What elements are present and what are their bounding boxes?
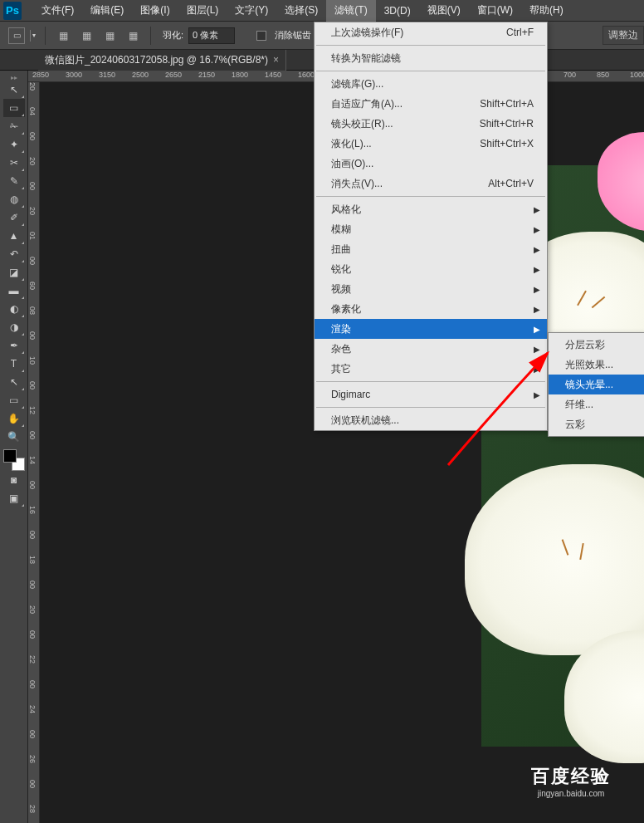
history-brush-tool[interactable]: ↶ — [3, 245, 25, 263]
hand-tool[interactable]: ✋ — [3, 409, 25, 428]
zoom-tool[interactable]: 🔍 — [3, 428, 25, 446]
ruler-vertical[interactable]: 2004002000200100600800100012001400160018… — [28, 82, 40, 823]
menu-item[interactable]: 转换为智能滤镜 — [315, 48, 547, 68]
menu-3d[interactable]: 3D(D) — [376, 0, 419, 22]
menu-item[interactable]: 油画(O)... — [315, 154, 547, 174]
menu-help[interactable]: 帮助(H) — [521, 0, 572, 22]
toolbar-grip[interactable]: ▸▸ — [2, 74, 27, 81]
menu-image[interactable]: 图像(I) — [132, 0, 178, 22]
menu-separator — [316, 381, 545, 382]
ruler-tick: 28 — [28, 805, 37, 813]
close-tab-icon[interactable]: × — [273, 54, 279, 66]
submenu-item[interactable]: 纤维... — [549, 394, 644, 414]
tool-preset-dropdown[interactable]: ▾ — [30, 30, 37, 42]
ruler-tick: 04 — [28, 107, 37, 115]
menu-item-label: 锐化 — [331, 262, 351, 277]
separator — [45, 27, 46, 45]
submenu-item[interactable]: 分层云彩 — [549, 335, 644, 355]
menu-item[interactable]: Digimarc▶ — [315, 385, 547, 404]
ruler-tick: 20 — [28, 82, 37, 91]
color-swatches[interactable] — [3, 449, 25, 471]
text-tool[interactable]: T — [3, 355, 25, 373]
add-selection-icon[interactable]: ▦ — [77, 27, 95, 44]
pen-tool[interactable]: ✒ — [3, 336, 25, 355]
menu-item-label: 模糊 — [331, 223, 351, 237]
menu-item[interactable]: 滤镜库(G)... — [315, 74, 547, 94]
menu-item[interactable]: 其它▶ — [315, 359, 547, 379]
refine-edge-button[interactable]: 调整边 — [603, 26, 644, 45]
menu-item-label: 其它 — [331, 362, 351, 376]
marquee-tool[interactable]: ▭ — [3, 99, 25, 117]
screenmode-tool[interactable]: ▣ — [3, 489, 25, 507]
menu-item[interactable]: 浏览联机滤镜... — [315, 410, 547, 430]
eyedropper-tool[interactable]: ✎ — [3, 172, 25, 190]
ruler-tick: 60 — [28, 282, 37, 290]
menu-type[interactable]: 文字(Y) — [227, 0, 276, 22]
ruler-tick: 00 — [28, 431, 37, 439]
menu-edit[interactable]: 编辑(E) — [82, 0, 132, 22]
submenu-item[interactable]: 光照效果... — [549, 355, 644, 375]
menu-item[interactable]: 风格化▶ — [315, 199, 547, 219]
ruler-tick: 2650 — [165, 71, 182, 79]
stamp-tool[interactable]: ▲ — [3, 227, 25, 245]
ruler-tick: 08 — [28, 306, 37, 315]
ruler-tick: 22 — [28, 655, 37, 664]
submenu-arrow-icon: ▶ — [534, 205, 540, 214]
quickmask-tool[interactable]: ◙ — [3, 471, 25, 489]
shape-tool[interactable]: ▭ — [3, 391, 25, 409]
menu-item[interactable]: 视频▶ — [315, 279, 547, 299]
separator — [150, 27, 151, 45]
ruler-tick: 12 — [28, 406, 37, 414]
menu-item-label: 转换为智能滤镜 — [331, 51, 401, 66]
menu-item[interactable]: 自适应广角(A)...Shift+Ctrl+A — [315, 94, 547, 114]
menu-view[interactable]: 视图(V) — [419, 0, 469, 22]
filter-dropdown: 上次滤镜操作(F)Ctrl+F转换为智能滤镜滤镜库(G)...自适应广角(A).… — [314, 22, 548, 431]
foreground-color[interactable] — [3, 449, 17, 463]
path-select-tool[interactable]: ↖ — [3, 373, 25, 391]
blur-tool[interactable]: ◐ — [3, 300, 25, 318]
watermark: 百度经验 jingyan.baidu.com — [531, 764, 611, 798]
menu-item[interactable]: 消失点(V)...Alt+Ctrl+V — [315, 174, 547, 194]
menu-filter[interactable]: 滤镜(T) — [326, 0, 375, 22]
ruler-tick: 1800 — [232, 71, 248, 79]
menu-item[interactable]: 镜头校正(R)...Shift+Ctrl+R — [315, 114, 547, 134]
ruler-tick: 00 — [28, 257, 37, 265]
new-selection-icon[interactable]: ▦ — [54, 27, 72, 44]
crop-tool[interactable]: ✂ — [3, 154, 25, 172]
marquee-tool-icon[interactable]: ▭ — [8, 27, 25, 44]
antialias-checkbox[interactable] — [256, 31, 266, 41]
menu-item[interactable]: 扭曲▶ — [315, 239, 547, 259]
menu-item[interactable]: 上次滤镜操作(F)Ctrl+F — [315, 22, 547, 42]
document-tab[interactable]: 微信图片_20240603172058.jpg @ 16.7%(RGB/8*) … — [38, 50, 286, 71]
menu-item[interactable]: 渲染▶ — [315, 319, 547, 339]
menu-shortcut: Ctrl+F — [506, 27, 534, 38]
menu-item-label: 像素化 — [331, 302, 361, 316]
submenu-item[interactable]: 云彩 — [549, 414, 644, 434]
dodge-tool[interactable]: ◑ — [3, 318, 25, 336]
gradient-tool[interactable]: ▬ — [3, 282, 25, 300]
menu-item[interactable]: 模糊▶ — [315, 219, 547, 239]
menu-file[interactable]: 文件(F) — [33, 0, 82, 22]
ruler-tick: 00 — [28, 680, 37, 688]
healing-tool[interactable]: ◍ — [3, 190, 25, 208]
menu-select[interactable]: 选择(S) — [276, 0, 326, 22]
menu-item[interactable]: 杂色▶ — [315, 339, 547, 359]
menu-item-label: 镜头校正(R)... — [331, 117, 393, 131]
menu-item[interactable]: 像素化▶ — [315, 299, 547, 319]
submenu-item[interactable]: 镜头光晕... — [549, 375, 644, 394]
subtract-selection-icon[interactable]: ▦ — [100, 27, 119, 44]
feather-input[interactable] — [188, 27, 235, 44]
menu-shortcut: Shift+Ctrl+X — [480, 138, 534, 149]
menu-layer[interactable]: 图层(L) — [178, 0, 227, 22]
lasso-tool[interactable]: ✁ — [3, 117, 25, 135]
intersect-selection-icon[interactable]: ▦ — [124, 27, 142, 44]
eraser-tool[interactable]: ◪ — [3, 263, 25, 282]
brush-tool[interactable]: ✐ — [3, 208, 25, 227]
ruler-tick: 850 — [597, 71, 609, 79]
move-tool[interactable]: ↖ — [3, 81, 25, 99]
magic-wand-tool[interactable]: ✦ — [3, 135, 25, 154]
menu-window[interactable]: 窗口(W) — [469, 0, 521, 22]
ruler-tick: 00 — [28, 132, 37, 140]
menu-item[interactable]: 锐化▶ — [315, 259, 547, 279]
menu-item[interactable]: 液化(L)...Shift+Ctrl+X — [315, 134, 547, 154]
